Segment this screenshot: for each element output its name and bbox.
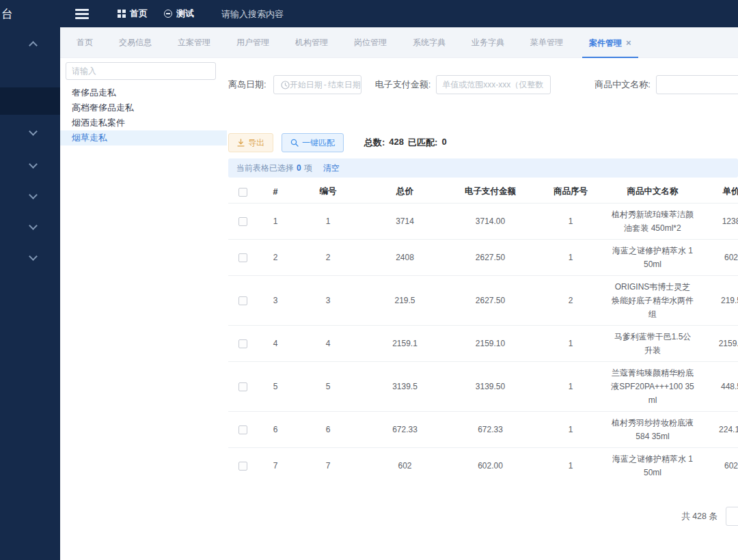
tab-label: 系统字典: [413, 38, 446, 47]
cell-total: 672.33: [362, 421, 448, 438]
content-area: 首页× 交易信息× 立案管理× 用户管理× 机构管理×: [60, 27, 738, 560]
col-unit: 单价: [697, 186, 738, 197]
matched-label: 已匹配:: [408, 137, 437, 149]
cell-code: 5: [294, 378, 362, 395]
clear-selection-link[interactable]: 清空: [323, 163, 340, 174]
tab[interactable]: 案件管理×: [582, 27, 638, 58]
chevron-down-icon[interactable]: [30, 192, 36, 197]
cell-index: 7: [257, 457, 294, 475]
chevron-down-icon[interactable]: [30, 161, 36, 167]
close-icon[interactable]: ×: [626, 38, 631, 48]
filter-row: 离岛日期: 开始日期 - 结束日期 电子支付金额: 商品中文名称:: [228, 75, 738, 94]
epay-amount-input[interactable]: [436, 75, 551, 94]
table-row: 5 5 3139.5 3139.50 1 兰蔻菁纯臻颜精华粉底液SPF20PA+…: [228, 362, 738, 412]
main-panel: 离岛日期: 开始日期 - 结束日期 电子支付金额: 商品中文名称:: [227, 58, 738, 560]
row-checkbox[interactable]: [238, 425, 247, 434]
col-name: 商品中文名称: [608, 186, 697, 197]
tab[interactable]: 机构管理×: [288, 27, 335, 58]
cell-unit: 602: [697, 457, 738, 475]
product-name-input[interactable]: [656, 75, 738, 94]
table-row: 6 6 672.33 672.33 1 植村秀羽纱持妆粉底液 584 35ml …: [228, 412, 738, 448]
chevron-down-icon[interactable]: [30, 223, 36, 228]
cell-total: 219.5: [362, 292, 448, 309]
cell-code: 6: [294, 421, 362, 438]
table-row: 4 4 2159.1 2159.10 1 马爹利蓝带干邑1.5公升装 2159.…: [228, 326, 738, 362]
cell-name: ORIGINS韦博士灵芝焕能好底子精华水两件组: [608, 276, 697, 325]
case-type-item[interactable]: 烟草走私: [60, 130, 227, 145]
case-type-item[interactable]: 烟酒走私案件: [60, 115, 227, 130]
tab[interactable]: 用户管理×: [230, 27, 276, 58]
cell-epay: 602.00: [448, 457, 533, 475]
date-start-placeholder[interactable]: 开始日期: [290, 79, 323, 91]
tab[interactable]: 业务字典×: [465, 27, 511, 58]
menu-icon[interactable]: [75, 9, 89, 19]
cell-code: 3: [294, 292, 362, 309]
chevron-up-icon[interactable]: [30, 42, 36, 48]
cell-code: 7: [294, 457, 362, 475]
export-button[interactable]: 导出: [228, 133, 273, 152]
tab-label: 立案管理: [178, 38, 210, 47]
case-type-panel: 奢侈品走私 高档奢侈品走私 烟酒走私案件 烟草走私: [60, 58, 227, 560]
grid-icon: [118, 10, 126, 18]
date-filter-label: 离岛日期:: [228, 79, 266, 91]
nav-test[interactable]: 测试: [164, 8, 194, 20]
cell-unit: 602: [697, 249, 738, 266]
tab-label: 业务字典: [472, 38, 504, 47]
one-click-match-button[interactable]: 一键匹配: [282, 133, 344, 152]
cell-seq: 1: [533, 378, 608, 395]
tab-label: 菜单管理: [530, 38, 563, 47]
pagination-footer: 共 428 条: [228, 507, 738, 526]
date-end-placeholder[interactable]: 结束日期: [328, 79, 361, 91]
toolbar: 导出 一键匹配 总数: 428 已匹配: 0: [228, 133, 738, 152]
tab-label: 交易信息: [119, 38, 152, 47]
tab[interactable]: 首页×: [70, 27, 100, 58]
cell-total: 2159.1: [362, 335, 448, 352]
chevron-down-icon[interactable]: [30, 128, 36, 134]
date-range-picker[interactable]: 开始日期 - 结束日期: [273, 75, 361, 94]
tab[interactable]: 立案管理×: [171, 27, 217, 58]
search-icon: [290, 139, 299, 147]
cell-index: 2: [257, 249, 294, 266]
select-all-checkbox[interactable]: [238, 188, 247, 197]
col-seq: 商品序号: [533, 186, 608, 197]
cell-seq: 1: [533, 421, 608, 438]
nav-home[interactable]: 首页: [118, 8, 148, 20]
selection-count: 0: [297, 163, 301, 173]
minus-circle-icon: [164, 10, 172, 18]
tab[interactable]: 交易信息×: [112, 27, 159, 58]
cell-name: 兰蔻菁纯臻颜精华粉底液SPF20PA+++100 35ml: [608, 362, 697, 411]
date-separator: -: [323, 80, 328, 89]
col-code: 编号: [294, 186, 362, 197]
cell-index: 6: [257, 421, 294, 438]
tab[interactable]: 岗位管理×: [347, 27, 394, 58]
row-checkbox[interactable]: [238, 339, 247, 348]
record-count: 共 428 条: [681, 511, 718, 522]
row-checkbox[interactable]: [238, 296, 247, 305]
cell-seq: 1: [533, 212, 608, 230]
results-table: # 编号 总价 电子支付金额 商品序号 商品中文名称 单价 1: [228, 180, 738, 479]
case-type-search-input[interactable]: [66, 62, 216, 80]
global-search-input[interactable]: [221, 9, 372, 19]
row-checkbox[interactable]: [238, 253, 247, 262]
download-icon: [237, 139, 245, 147]
case-type-item[interactable]: 奢侈品走私: [60, 85, 227, 100]
tab[interactable]: 系统字典×: [406, 27, 452, 58]
table-row: 2 2 2408 2627.50 1 海蓝之谜修护精萃水 150ml 602: [228, 240, 738, 276]
cell-epay: 3714.00: [448, 212, 533, 230]
sidebar-active-item[interactable]: [0, 87, 60, 115]
chevron-down-icon[interactable]: [30, 253, 36, 259]
page-size-select[interactable]: [726, 507, 738, 526]
tab-bar: 首页× 交易信息× 立案管理× 用户管理× 机构管理×: [60, 27, 738, 58]
row-checkbox[interactable]: [238, 462, 247, 471]
cell-name: 植村秀新琥珀臻萃洁颜油套装 450ml*2: [608, 204, 697, 239]
cell-code: 1: [294, 212, 362, 230]
cell-total: 3714: [362, 212, 448, 230]
cell-total: 602: [362, 457, 448, 475]
row-checkbox[interactable]: [238, 217, 247, 226]
match-counts: 总数: 428 已匹配: 0: [364, 137, 447, 149]
tab[interactable]: 菜单管理×: [523, 27, 570, 58]
cell-unit: 224.11: [697, 421, 738, 438]
cell-name: 马爹利蓝带干邑1.5公升装: [608, 326, 697, 361]
case-type-item[interactable]: 高档奢侈品走私: [60, 100, 227, 115]
row-checkbox[interactable]: [238, 382, 247, 391]
